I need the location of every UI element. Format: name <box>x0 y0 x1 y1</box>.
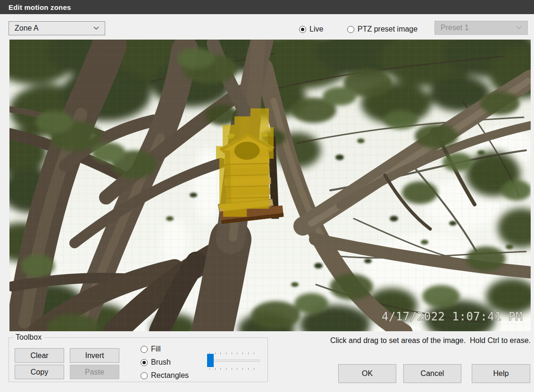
camera-image[interactable]: 4/17/2022 1:07:41 PM <box>9 40 531 331</box>
dialog-title: Edit motion zones <box>8 3 71 11</box>
slider-ticks <box>209 368 257 370</box>
rectangles-mode-radio[interactable]: Rectangles <box>141 371 189 380</box>
rectangles-mode-label: Rectangles <box>151 371 189 380</box>
camera-view[interactable]: 4/17/2022 1:07:41 PM <box>9 40 531 331</box>
live-radio[interactable]: Live <box>299 25 323 33</box>
paste-button: Paste <box>70 365 119 379</box>
titlebar[interactable]: Edit motion zones <box>0 0 534 14</box>
cancel-button[interactable]: Cancel <box>403 364 461 383</box>
edit-motion-zones-dialog: Edit motion zones Zone A Live PTZ preset… <box>0 0 534 392</box>
copy-button[interactable]: Copy <box>15 365 64 379</box>
ptz-preset-radio[interactable]: PTZ preset image <box>347 25 417 33</box>
clear-button[interactable]: Clear <box>15 348 64 363</box>
radio-icon <box>141 372 148 379</box>
instruction-text: Click and drag to set areas of the image… <box>264 336 531 345</box>
brush-mode-label: Brush <box>151 358 171 367</box>
motion-grid-overlay <box>9 40 531 331</box>
preset-select-value: Preset 1 <box>441 24 469 32</box>
slider-track[interactable] <box>208 359 260 362</box>
toolbox-title: Toolbox <box>13 333 44 342</box>
camera-timestamp: 4/17/2022 1:07:41 PM <box>382 310 523 323</box>
slider-thumb[interactable] <box>207 354 214 367</box>
fill-mode-label: Fill <box>151 345 160 353</box>
slider-ticks <box>209 352 257 354</box>
ptz-preset-radio-label: PTZ preset image <box>358 25 417 33</box>
chevron-down-icon <box>516 26 522 30</box>
invert-button[interactable]: Invert <box>70 348 119 363</box>
ok-button[interactable]: OK <box>338 364 396 383</box>
brush-mode-radio[interactable]: Brush <box>141 358 171 367</box>
chevron-down-icon <box>93 26 99 30</box>
preset-select: Preset 1 <box>434 21 528 35</box>
brush-size-slider[interactable] <box>206 349 262 372</box>
radio-icon <box>299 26 306 33</box>
radio-icon <box>141 346 148 353</box>
zone-select[interactable]: Zone A <box>8 21 105 35</box>
zone-select-value: Zone A <box>15 24 39 33</box>
fill-mode-radio[interactable]: Fill <box>141 345 160 353</box>
live-radio-label: Live <box>309 25 323 33</box>
radio-icon <box>141 359 148 366</box>
radio-icon <box>347 26 354 33</box>
help-button[interactable]: Help <box>472 364 530 383</box>
